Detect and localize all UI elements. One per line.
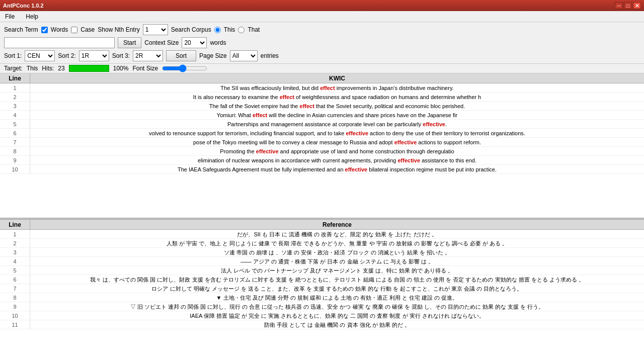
hits-label: Hits: — [42, 65, 54, 72]
ref-header-line: Line — [0, 220, 30, 230]
kwic-table-rows: 1The SII was efficaciously limited, but … — [0, 83, 644, 174]
target-row: Target: This Hits: 23 100% Font Size — [0, 64, 644, 73]
progress-bar — [69, 65, 109, 72]
toolbar-row-3: Sort 1: CEN1L2L3L1R2R3R Sort 2: 1RCEN1L2… — [4, 50, 640, 61]
nth-select[interactable]: 12345 — [143, 24, 168, 35]
table-row[interactable]: 5Partnerships and management assistance … — [0, 120, 644, 129]
table-row[interactable]: 8Promoting the effective and appropriate… — [0, 147, 644, 156]
reference-header: Line Reference — [0, 220, 644, 230]
table-row[interactable]: 9▽ 旧 ソビエト 連邦 の 関係 国 に対し、現行 の 合意 に従った 核兵器… — [0, 302, 644, 311]
menu-help[interactable]: Help — [23, 12, 41, 21]
words-checkbox[interactable] — [41, 27, 48, 33]
table-row[interactable]: 1だが、SII も 日本 に 流通 機構 の 改善 など、限定 的な 効果 を … — [0, 230, 644, 239]
app-title: AntPConc 1.0.2 — [3, 3, 44, 9]
target-label: Target: — [4, 65, 23, 72]
table-row[interactable]: 10The IAEA Safeguards Agreement must be … — [0, 165, 644, 174]
progress-pct: 100% — [113, 65, 129, 72]
table-row[interactable]: 6我々 は、すべての 関係 国 に対し、財政 支援 を含む テロリズム に対する… — [0, 275, 644, 284]
menu-file[interactable]: File — [2, 12, 18, 21]
font-size-label: Font Size — [132, 65, 158, 72]
kwic-header-line: Line — [0, 73, 30, 83]
page-size-label: Page Size — [199, 52, 227, 59]
kwic-header-kwic: KWIC — [30, 73, 644, 83]
toolbar-row-1: Search Term Words Case Show Nth Entry 12… — [4, 24, 640, 35]
show-nth-label: Show Nth Entry — [98, 26, 139, 33]
this-label: This — [224, 26, 235, 33]
kwic-section: Line KWIC 1The SII was efficaciously lim… — [0, 73, 644, 218]
table-row[interactable]: 10IAEA 保障 措置 協定 が 完全 に 実施 されるとともに、効果 的な … — [0, 311, 644, 320]
table-row[interactable]: 3The fall of the Soviet empire had the e… — [0, 102, 644, 111]
toolbar: Search Term Words Case Show Nth Entry 12… — [0, 22, 644, 64]
case-label: Case — [80, 26, 95, 33]
this-radio[interactable] — [214, 27, 221, 33]
table-row[interactable]: 2It is also necessary to examine the eff… — [0, 93, 644, 102]
reference-table-body[interactable]: 1だが、SII も 日本 に 流通 機構 の 改善 など、限定 的な 効果 を … — [0, 230, 644, 358]
that-radio[interactable] — [238, 27, 245, 33]
font-size-slider[interactable] — [162, 65, 207, 72]
start-button[interactable]: Start — [118, 37, 141, 48]
table-row[interactable]: 7ロシア に対して 明確な メッセージ を 送る こと、また、改革 を 支援 す… — [0, 284, 644, 293]
kwic-header: Line KWIC — [0, 73, 644, 83]
reference-table-rows: 1だが、SII も 日本 に 流通 機構 の 改善 など、限定 的な 効果 を … — [0, 230, 644, 329]
search-corpus-label: Search Corpus — [171, 26, 211, 33]
reference-section: Line Reference 1だが、SII も 日本 に 流通 機構 の 改善… — [0, 220, 644, 358]
table-row[interactable]: 6volved to renounce support for terroris… — [0, 129, 644, 138]
sort3-select[interactable]: 2RCEN1L2L3L1R3R — [133, 50, 163, 61]
context-size-label: Context Size — [144, 39, 179, 46]
case-checkbox[interactable] — [71, 27, 77, 33]
search-term-label: Search Term — [4, 26, 38, 33]
this-hits-label: This — [27, 65, 38, 72]
table-row[interactable]: 9elimination of nuclear weapons in accor… — [0, 156, 644, 165]
maximize-button[interactable]: □ — [624, 2, 632, 9]
table-row[interactable]: 7pose of the Tokyo meeting will be to co… — [0, 138, 644, 147]
table-row[interactable]: 11防衛 手段 として は 金融 機関 の 資本 強化 が 効果 的だ 。 — [0, 320, 644, 329]
sort2-select[interactable]: 1RCEN1L2L3L2R3R — [79, 50, 109, 61]
search-input[interactable]: effect* — [4, 37, 115, 48]
close-button[interactable]: ✕ — [633, 2, 641, 9]
window-controls: ─ □ ✕ — [615, 2, 641, 9]
table-row[interactable]: 8▼ 土地・住宅 及び 関連 分野 の 規制 緩和 による 土地 の 有効・適正… — [0, 293, 644, 302]
menu-bar: File Help — [0, 11, 644, 22]
context-select[interactable]: 2010152530 — [182, 37, 207, 48]
page-size-select[interactable]: All50100200 — [230, 50, 258, 61]
hits-count: 23 — [58, 65, 64, 72]
entries-label: entries — [261, 52, 279, 59]
sort2-label: Sort 2: — [58, 52, 75, 59]
sort1-label: Sort 1: — [4, 52, 22, 59]
sort-button[interactable]: Sort — [166, 50, 196, 61]
ref-header-ref: Reference — [30, 220, 644, 230]
table-row[interactable]: 4—— アジア の 通貨・株価 下落 が 日本 の 金融 システム に 与える … — [0, 257, 644, 266]
table-row[interactable]: 2人類 が 宇宙 で、地上 と 同じように 健康 で 長期 滞在 できる かどう… — [0, 239, 644, 248]
minimize-button[interactable]: ─ — [615, 2, 623, 9]
words-unit-label: words — [210, 39, 226, 46]
sort3-label: Sort 3: — [112, 52, 130, 59]
kwic-table-body[interactable]: 1The SII was efficaciously limited, but … — [0, 83, 644, 218]
toolbar-row-2: effect* Start Context Size 2010152530 wo… — [4, 37, 640, 48]
table-row[interactable]: 3ソ連 帝国 の 崩壊 は 、ソ連 の 安保・政治・経済 ブロック の 消滅とい… — [0, 248, 644, 257]
table-row[interactable]: 5法人 レベル での パートナーシップ 及び マネージメント 支援 は、特に 効… — [0, 266, 644, 275]
table-row[interactable]: 1The SII was efficaciously limited, but … — [0, 83, 644, 93]
title-bar: AntPConc 1.0.2 ─ □ ✕ — [0, 0, 644, 11]
that-label: That — [248, 26, 260, 33]
table-row[interactable]: 4Yomiuri: What effect will the decline i… — [0, 111, 644, 120]
words-label: Words — [51, 26, 68, 33]
sort1-select[interactable]: CEN1L2L3L1R2R3R — [25, 50, 55, 61]
main-content: Line KWIC 1The SII was efficaciously lim… — [0, 73, 644, 358]
